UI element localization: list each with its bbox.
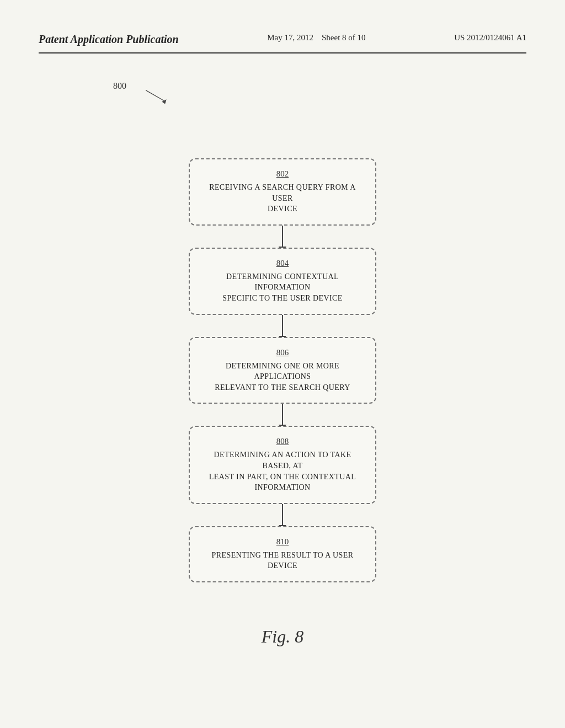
flowchart: 802 Receiving a search Query from a user… xyxy=(39,158,526,582)
box-810-text: Presenting the result to a user device xyxy=(212,551,354,570)
box-802-number: 802 xyxy=(201,169,364,179)
diagram-area: 800 802 Receiving a search Query from a … xyxy=(39,81,526,647)
box-804-text: Determining contextual informationspecif… xyxy=(222,272,342,302)
figure-800-label-area: 800 xyxy=(39,81,526,114)
box-802-text: Receiving a search Query from a userdevi… xyxy=(209,183,356,213)
arrow-802-804 xyxy=(282,226,283,248)
box-806-text: Determining one or more applicationsrele… xyxy=(215,362,350,392)
box-804-number: 804 xyxy=(201,259,364,268)
box-808-text: Determining an action to take based, atl… xyxy=(209,451,356,491)
figure-800-label: 800 xyxy=(113,81,126,91)
patent-number: US 2012/0124061 A1 xyxy=(454,33,526,42)
header-title: Patent Application Publication xyxy=(39,33,179,46)
svg-line-0 xyxy=(146,90,164,101)
publication-date: May 17, 2012 xyxy=(267,33,313,42)
arrow-808-810 xyxy=(282,504,283,526)
patent-page: Patent Application Publication May 17, 2… xyxy=(0,0,565,728)
flow-box-810: 810 Presenting the result to a user devi… xyxy=(189,526,376,582)
sheet-info: Sheet 8 of 10 xyxy=(322,33,366,42)
figure-caption: Fig. 8 xyxy=(262,627,303,647)
page-header: Patent Application Publication May 17, 2… xyxy=(39,33,526,53)
arrow-804-806 xyxy=(282,315,283,337)
box-806-number: 806 xyxy=(201,348,364,357)
flow-box-808: 808 Determining an action to take based,… xyxy=(189,426,376,504)
flow-box-802: 802 Receiving a search Query from a user… xyxy=(189,158,376,226)
flow-box-804: 804 Determining contextual informationsp… xyxy=(189,248,376,315)
header-meta: May 17, 2012 Sheet 8 of 10 xyxy=(267,33,365,42)
flow-box-806: 806 Determining one or more applications… xyxy=(189,337,376,404)
arrow-806-808 xyxy=(282,404,283,426)
box-808-number: 808 xyxy=(201,437,364,446)
figure-800-arrow xyxy=(143,88,171,104)
box-810-number: 810 xyxy=(201,537,364,547)
